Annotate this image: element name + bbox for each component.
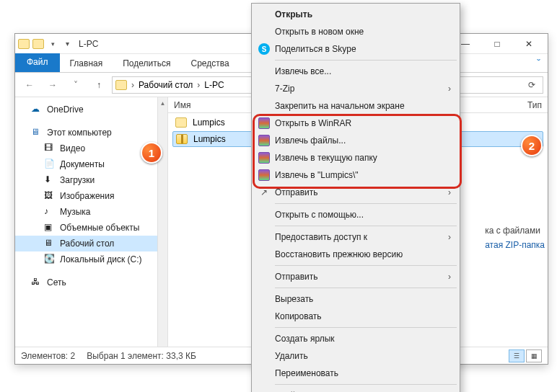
separator	[275, 327, 457, 328]
nav-network[interactable]: 🖧Сеть	[15, 275, 167, 290]
nav-desktop[interactable]: 🖥Рабочий стол	[15, 236, 167, 251]
context-menu: Открыть Открыть в новом окне SПоделиться…	[251, 3, 460, 392]
winrar-icon	[258, 135, 270, 146]
nav-label: Изображения	[60, 191, 114, 201]
col-type[interactable]: Тип	[527, 100, 542, 110]
nav-label: Этот компьютер	[47, 128, 112, 138]
breadcrumb-seg-desktop[interactable]: Рабочий стол	[139, 80, 193, 90]
nav-onedrive[interactable]: ☁OneDrive	[15, 102, 167, 117]
skype-icon: S	[258, 43, 270, 55]
nav-localdisk[interactable]: 💽Локальный диск (C:)	[15, 251, 167, 267]
ctx-copy[interactable]: Копировать	[253, 308, 458, 325]
ctx-share-skype[interactable]: SПоделиться в Skype	[253, 40, 458, 58]
recent-dropdown[interactable]: ˅	[66, 76, 86, 94]
folder-icon	[175, 117, 187, 128]
nav-label: Сеть	[47, 277, 66, 288]
nav-label: Загрузки	[60, 175, 95, 185]
callout-badge-1: 1	[141, 142, 162, 164]
nav-label: Локальный диск (C:)	[60, 254, 142, 264]
breadcrumb-icon	[115, 80, 127, 90]
share-icon	[258, 186, 271, 199]
details-view-button[interactable]: ☰	[509, 349, 525, 362]
type-column-values: ка с файлами атая ZIP-папка	[485, 223, 545, 252]
nav-downloads[interactable]: ⬇Загрузки	[15, 172, 167, 188]
tab-share[interactable]: Поделиться	[113, 55, 180, 72]
ctx-rename[interactable]: Переименовать	[253, 365, 458, 382]
qat: ▾	[18, 38, 73, 50]
callout-badge-2: 2	[521, 135, 543, 156]
separator	[275, 384, 457, 385]
ctx-open[interactable]: Открыть	[253, 6, 458, 23]
status-selection: Выбран 1 элемент: 33,3 КБ	[87, 351, 196, 361]
back-button[interactable]: ←	[19, 76, 40, 94]
ctx-send[interactable]: Отправить	[253, 184, 458, 201]
winrar-icon	[258, 117, 270, 129]
status-count: Элементов: 2	[21, 351, 75, 361]
nav-3dobjects[interactable]: ▣Объемные объекты	[15, 220, 167, 236]
ctx-extract-all[interactable]: Извлечь все...	[253, 63, 458, 80]
separator	[275, 203, 457, 204]
separator	[275, 265, 457, 266]
ctx-pin-start[interactable]: Закрепить на начальном экране	[253, 97, 458, 115]
file-type: атая ZIP-папка	[485, 238, 545, 252]
icons-view-button[interactable]: ▦	[526, 349, 542, 362]
folder-icon[interactable]	[32, 38, 44, 50]
ctx-open-new-window[interactable]: Открыть в новом окне	[253, 23, 458, 40]
separator	[275, 226, 457, 226]
view-toggles: ☰ ▦	[509, 349, 542, 362]
nav-pane: ☁OneDrive 🖥Этот компьютер 🎞Видео 📄Докуме…	[15, 97, 168, 347]
nav-label: Рабочий стол	[60, 239, 114, 249]
chevron-right-icon	[128, 80, 137, 90]
chevron-right-icon	[194, 80, 203, 90]
nav-thispc[interactable]: 🖥Этот компьютер	[15, 125, 167, 141]
forward-button[interactable]: →	[43, 76, 63, 94]
refresh-icon[interactable]: ⟳	[524, 80, 540, 90]
zip-icon	[176, 134, 188, 144]
ctx-open-with[interactable]: Открыть с помощью...	[253, 206, 458, 223]
nav-label: Музыка	[60, 207, 90, 217]
window-controls: — □ ✕	[449, 34, 545, 54]
breadcrumb-seg-lpc[interactable]: L-PC	[204, 80, 224, 90]
ctx-properties[interactable]: Свойства	[253, 387, 458, 392]
ctx-winrar-open[interactable]: Открыть в WinRAR	[253, 115, 458, 132]
ctx-create-shortcut[interactable]: Создать ярлык	[253, 330, 458, 347]
maximize-button[interactable]: □	[481, 34, 513, 54]
qat-customize[interactable]: ▾	[61, 38, 73, 50]
tab-file[interactable]: Файл	[15, 53, 60, 72]
window-title: L-PC	[79, 39, 98, 49]
winrar-icon	[258, 169, 270, 181]
close-button[interactable]: ✕	[513, 34, 545, 54]
ctx-winrar-extract-to[interactable]: Извлечь в "Lumpics\"	[253, 166, 458, 184]
winrar-icon	[258, 152, 270, 164]
qat-dropdown-icon[interactable]	[47, 38, 58, 50]
tab-tools[interactable]: Средства	[180, 55, 239, 72]
nav-label: Документы	[60, 159, 105, 169]
nav-label: OneDrive	[47, 104, 84, 115]
ctx-winrar-extract-here[interactable]: Извлечь в текущую папку	[253, 149, 458, 166]
nav-pictures[interactable]: 🖼Изображения	[15, 188, 167, 204]
file-type: ка с файлами	[485, 223, 545, 238]
ctx-cut[interactable]: Вырезать	[253, 290, 458, 308]
separator	[275, 60, 457, 61]
ribbon-expand[interactable]: ˇ	[530, 55, 548, 72]
ctx-give-access[interactable]: Предоставить доступ к	[253, 228, 458, 246]
up-button[interactable]: ↑	[89, 76, 109, 94]
tab-home[interactable]: Главная	[60, 55, 113, 72]
app-icon	[18, 38, 30, 50]
ctx-restore-previous[interactable]: Восстановить прежнюю версию	[253, 246, 458, 263]
nav-label: Видео	[60, 143, 85, 153]
nav-label: Объемные объекты	[60, 223, 139, 233]
ctx-7zip[interactable]: 7-Zip	[253, 80, 458, 97]
ctx-delete[interactable]: Удалить	[253, 347, 458, 365]
nav-scrollbar[interactable]: ▲	[157, 97, 167, 347]
ctx-winrar-extract-files[interactable]: Извлечь файлы...	[253, 132, 458, 149]
nav-music[interactable]: ♪Музыка	[15, 204, 167, 220]
ctx-send-to[interactable]: Отправить	[253, 268, 458, 285]
separator	[275, 288, 457, 288]
